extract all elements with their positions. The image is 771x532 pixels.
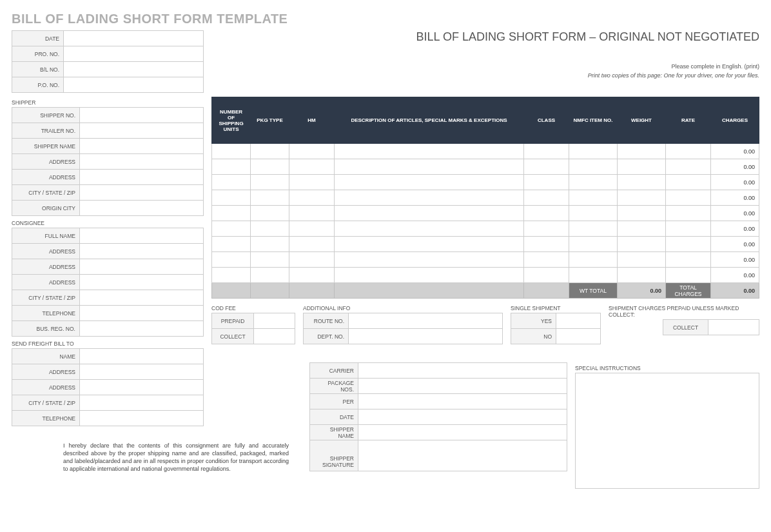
cod-collect-value[interactable]	[254, 329, 295, 344]
item-cell[interactable]	[666, 252, 711, 268]
item-cell[interactable]	[666, 159, 711, 175]
item-cell[interactable]	[212, 206, 251, 221]
item-cell[interactable]	[618, 252, 666, 268]
package-nos-value[interactable]	[358, 379, 567, 394]
item-cell[interactable]	[251, 237, 289, 252]
trailer-no-value[interactable]	[80, 123, 204, 139]
item-cell[interactable]: 0.00	[711, 237, 759, 252]
item-cell[interactable]	[569, 237, 618, 252]
item-cell[interactable]	[524, 190, 569, 206]
item-cell[interactable]	[666, 144, 711, 159]
item-cell[interactable]	[251, 159, 289, 175]
fb-addr1-value[interactable]	[80, 364, 204, 380]
item-cell[interactable]	[524, 144, 569, 159]
route-no-value[interactable]	[349, 313, 503, 329]
item-cell[interactable]	[212, 144, 251, 159]
item-cell[interactable]	[524, 252, 569, 268]
item-cell[interactable]	[524, 237, 569, 252]
item-cell[interactable]	[251, 206, 289, 221]
item-cell[interactable]	[335, 221, 524, 237]
ss-no-value[interactable]	[556, 329, 601, 344]
item-cell[interactable]	[569, 175, 618, 190]
shipper-csz-value[interactable]	[80, 185, 204, 201]
po-no-value[interactable]	[64, 77, 204, 93]
item-cell[interactable]	[335, 144, 524, 159]
item-cell[interactable]	[569, 252, 618, 268]
item-cell[interactable]	[212, 252, 251, 268]
item-cell[interactable]	[569, 144, 618, 159]
item-cell[interactable]	[666, 190, 711, 206]
item-cell[interactable]	[335, 159, 524, 175]
item-cell[interactable]	[524, 206, 569, 221]
item-cell[interactable]	[289, 252, 335, 268]
consignee-name-value[interactable]	[80, 228, 204, 244]
item-cell[interactable]	[212, 237, 251, 252]
pro-no-value[interactable]	[64, 46, 204, 62]
shipper-addr1-value[interactable]	[80, 154, 204, 170]
item-cell[interactable]	[289, 159, 335, 175]
bl-no-value[interactable]	[64, 62, 204, 77]
item-cell[interactable]	[618, 206, 666, 221]
fb-csz-value[interactable]	[80, 395, 204, 411]
item-cell[interactable]	[569, 190, 618, 206]
item-cell[interactable]	[666, 237, 711, 252]
item-cell[interactable]	[335, 206, 524, 221]
fb-addr2-value[interactable]	[80, 380, 204, 395]
shipper-no-value[interactable]	[80, 108, 204, 123]
carrier-shipper-name-value[interactable]	[358, 425, 567, 440]
item-cell[interactable]	[212, 221, 251, 237]
item-cell[interactable]	[251, 221, 289, 237]
item-cell[interactable]	[618, 175, 666, 190]
item-cell[interactable]	[335, 237, 524, 252]
item-cell[interactable]	[666, 206, 711, 221]
item-cell[interactable]	[212, 175, 251, 190]
sc-collect-value[interactable]	[708, 320, 759, 335]
consignee-csz-value[interactable]	[80, 290, 204, 306]
fb-name-value[interactable]	[80, 349, 204, 364]
item-cell[interactable]	[289, 221, 335, 237]
item-cell[interactable]	[212, 268, 251, 283]
item-cell[interactable]	[251, 252, 289, 268]
item-cell[interactable]: 0.00	[711, 252, 759, 268]
item-cell[interactable]	[666, 175, 711, 190]
item-cell[interactable]	[335, 175, 524, 190]
item-cell[interactable]	[251, 268, 289, 283]
item-cell[interactable]: 0.00	[711, 175, 759, 190]
item-cell[interactable]	[666, 268, 711, 283]
item-cell[interactable]	[289, 190, 335, 206]
item-cell[interactable]	[524, 159, 569, 175]
shipper-addr2-value[interactable]	[80, 170, 204, 185]
consignee-addr1-value[interactable]	[80, 244, 204, 259]
ss-yes-value[interactable]	[556, 313, 601, 329]
item-cell[interactable]	[289, 175, 335, 190]
item-cell[interactable]	[289, 237, 335, 252]
origin-city-value[interactable]	[80, 201, 204, 216]
item-cell[interactable]	[335, 190, 524, 206]
item-cell[interactable]	[289, 144, 335, 159]
item-cell[interactable]	[335, 252, 524, 268]
item-cell[interactable]	[618, 190, 666, 206]
item-cell[interactable]	[289, 268, 335, 283]
consignee-addr3-value[interactable]	[80, 275, 204, 290]
fb-tel-value[interactable]	[80, 411, 204, 426]
item-cell[interactable]: 0.00	[711, 268, 759, 283]
item-cell[interactable]	[618, 268, 666, 283]
shipper-signature-value[interactable]	[358, 440, 567, 471]
item-cell[interactable]	[212, 159, 251, 175]
item-cell[interactable]	[569, 221, 618, 237]
item-cell[interactable]: 0.00	[711, 159, 759, 175]
item-cell[interactable]	[524, 221, 569, 237]
special-instructions-box[interactable]	[575, 373, 759, 489]
item-cell[interactable]	[212, 190, 251, 206]
item-cell[interactable]	[618, 159, 666, 175]
item-cell[interactable]	[618, 221, 666, 237]
dept-no-value[interactable]	[349, 329, 503, 344]
cod-prepaid-value[interactable]	[254, 313, 295, 329]
item-cell[interactable]	[569, 206, 618, 221]
item-cell[interactable]: 0.00	[711, 190, 759, 206]
item-cell[interactable]	[524, 175, 569, 190]
item-cell[interactable]	[251, 190, 289, 206]
consignee-bus-value[interactable]	[80, 321, 204, 337]
item-cell[interactable]: 0.00	[711, 206, 759, 221]
item-cell[interactable]	[524, 268, 569, 283]
